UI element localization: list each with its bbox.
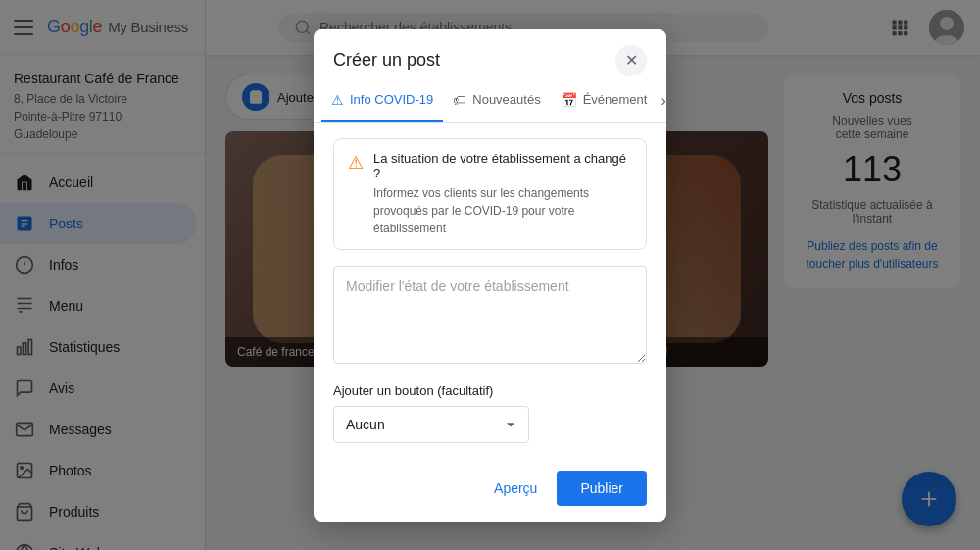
tab-covid[interactable]: ⚠ Info COVID-19 — [321, 80, 443, 123]
tabs-scroll-right[interactable]: › — [657, 80, 666, 122]
covid-alert-text: La situation de votre établissement a ch… — [373, 151, 632, 237]
modal-body: ⚠ La situation de votre établissement a … — [314, 123, 666, 459]
covid-alert: ⚠ La situation de votre établissement a … — [333, 138, 647, 250]
modal-title: Créer un post — [333, 50, 440, 71]
modal-tabs: ⚠ Info COVID-19 🏷 Nouveautés 📅 Événement… — [314, 80, 666, 123]
button-label: Ajouter un bouton (facultatif) — [333, 383, 647, 398]
modal-header: Créer un post ✕ — [314, 29, 666, 76]
modal-footer: Aperçu Publier — [314, 459, 666, 522]
covid-tab-icon: ⚠ — [331, 92, 344, 108]
alert-icon: ⚠ — [348, 152, 364, 237]
publier-button[interactable]: Publier — [557, 471, 647, 506]
modal: Créer un post ✕ ⚠ Info COVID-19 🏷 Nouvea… — [314, 29, 666, 522]
post-textarea[interactable] — [333, 266, 647, 364]
nouveautes-tab-icon: 🏷 — [453, 92, 466, 108]
evenement-tab-icon: 📅 — [561, 92, 577, 108]
modal-close-button[interactable]: ✕ — [615, 45, 647, 76]
modal-overlay[interactable]: Créer un post ✕ ⚠ Info COVID-19 🏷 Nouvea… — [0, 0, 980, 550]
tab-nouveautes[interactable]: 🏷 Nouveautés — [443, 80, 550, 123]
tab-evenement[interactable]: 📅 Événement — [551, 80, 658, 123]
apercu-button[interactable]: Aperçu — [482, 473, 549, 504]
button-select[interactable]: Aucun En savoir plus Réserver Commander … — [333, 406, 529, 443]
